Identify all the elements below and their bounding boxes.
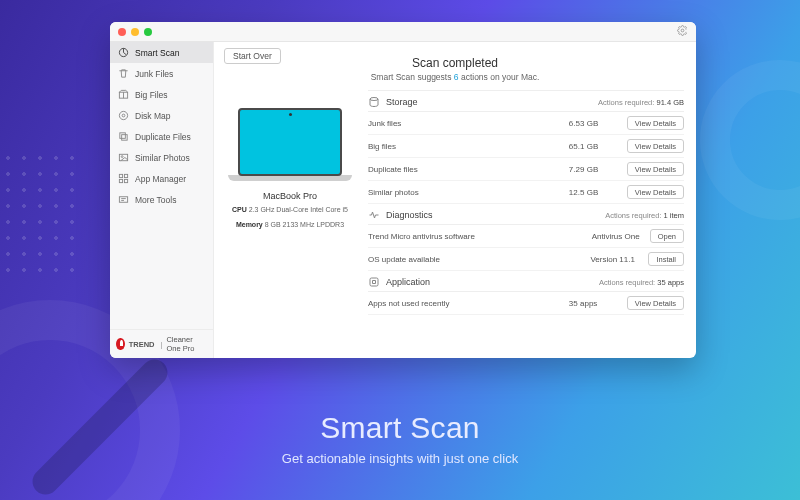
box-icon bbox=[118, 89, 129, 100]
svg-rect-10 bbox=[124, 174, 127, 177]
req-value: 91.4 GB bbox=[656, 98, 684, 107]
mem-label: Memory bbox=[236, 221, 263, 228]
row-label: Junk files bbox=[368, 119, 569, 128]
row-label: Duplicate files bbox=[368, 165, 569, 174]
sidebar-item-smart-scan[interactable]: Smart Scan bbox=[110, 42, 213, 63]
sidebar-item-similar-photos[interactable]: Similar Photos bbox=[110, 147, 213, 168]
row-label: Big files bbox=[368, 142, 569, 151]
decor-dots bbox=[0, 150, 80, 280]
view-details-button[interactable]: View Details bbox=[627, 296, 684, 310]
req-label: Actions required: bbox=[599, 278, 655, 287]
window-minimize-icon[interactable] bbox=[131, 28, 139, 36]
page-title: Scan completed bbox=[214, 56, 696, 70]
view-details-button[interactable]: View Details bbox=[627, 162, 684, 176]
category-title: Diagnostics bbox=[386, 210, 599, 220]
svg-point-3 bbox=[119, 111, 127, 119]
sidebar-item-label: Smart Scan bbox=[135, 48, 179, 58]
subtitle-post: actions on your Mac. bbox=[459, 72, 540, 82]
duplicate-icon bbox=[118, 131, 129, 142]
sidebar-footer: TREND | Cleaner One Pro bbox=[110, 329, 213, 358]
sidebar-item-label: App Manager bbox=[135, 174, 186, 184]
row-value: 7.29 GB bbox=[569, 165, 627, 174]
sidebar-item-big-files[interactable]: Big Files bbox=[110, 84, 213, 105]
result-row: Big files65.1 GBView Details bbox=[368, 135, 684, 158]
gear-icon[interactable] bbox=[677, 25, 688, 38]
row-label: Similar photos bbox=[368, 188, 569, 197]
pulse-icon bbox=[368, 209, 380, 221]
mem-value: 8 GB 2133 MHz LPDDR3 bbox=[265, 221, 344, 228]
app-icon bbox=[368, 276, 380, 288]
decor-ring bbox=[700, 60, 800, 220]
window-zoom-icon[interactable] bbox=[144, 28, 152, 36]
view-details-button[interactable]: View Details bbox=[627, 185, 684, 199]
category-header-application: Application Actions required: 35 apps bbox=[368, 271, 684, 292]
trash-icon bbox=[118, 68, 129, 79]
result-row: Junk files6.53 GBView Details bbox=[368, 112, 684, 135]
svg-point-14 bbox=[370, 98, 378, 101]
svg-point-8 bbox=[121, 156, 123, 158]
sidebar-item-duplicate-files[interactable]: Duplicate Files bbox=[110, 126, 213, 147]
svg-rect-15 bbox=[370, 278, 378, 286]
req-value: 35 apps bbox=[657, 278, 684, 287]
main-pane: Start Over Scan completed Smart Scan sug… bbox=[214, 42, 696, 358]
sidebar-item-label: Duplicate Files bbox=[135, 132, 191, 142]
svg-point-4 bbox=[122, 114, 125, 117]
device-cpu-line: CPU 2.3 GHz Dual-Core Intel Core i5 bbox=[232, 205, 348, 216]
req-label: Actions required: bbox=[598, 98, 654, 107]
sidebar-item-label: Disk Map bbox=[135, 111, 170, 121]
results-panel: Storage Actions required: 91.4 GB Junk f… bbox=[368, 90, 684, 350]
laptop-icon bbox=[238, 108, 342, 176]
result-row: Apps not used recently35 appsView Detail… bbox=[368, 292, 684, 315]
category-header-diagnostics: Diagnostics Actions required: 1 item bbox=[368, 204, 684, 225]
category-required: Actions required: 1 item bbox=[605, 211, 684, 220]
more-icon bbox=[118, 194, 129, 205]
view-details-button[interactable]: View Details bbox=[627, 139, 684, 153]
sidebar-item-junk-files[interactable]: Junk Files bbox=[110, 63, 213, 84]
trend-micro-logo-icon bbox=[116, 338, 125, 350]
result-row: Similar photos12.5 GBView Details bbox=[368, 181, 684, 204]
row-value: 6.53 GB bbox=[569, 119, 627, 128]
page-subtitle: Smart Scan suggests 6 actions on your Ma… bbox=[214, 72, 696, 82]
req-label: Actions required: bbox=[605, 211, 661, 220]
titlebar bbox=[110, 22, 696, 42]
category-header-storage: Storage Actions required: 91.4 GB bbox=[368, 91, 684, 112]
category-required: Actions required: 91.4 GB bbox=[598, 98, 684, 107]
row-value: 12.5 GB bbox=[569, 188, 627, 197]
window-close-icon[interactable] bbox=[118, 28, 126, 36]
row-value: Version 11.1 bbox=[590, 255, 648, 264]
svg-rect-11 bbox=[119, 179, 122, 182]
category-title: Application bbox=[386, 277, 593, 287]
sidebar-item-app-manager[interactable]: App Manager bbox=[110, 168, 213, 189]
sidebar-item-disk-map[interactable]: Disk Map bbox=[110, 105, 213, 126]
category-title: Storage bbox=[386, 97, 592, 107]
row-label: OS update available bbox=[368, 255, 590, 264]
sidebar-item-label: Similar Photos bbox=[135, 153, 190, 163]
row-value: 35 apps bbox=[569, 299, 627, 308]
radar-icon bbox=[118, 47, 129, 58]
photo-icon bbox=[118, 152, 129, 163]
cpu-value: 2.3 GHz Dual-Core Intel Core i5 bbox=[249, 206, 348, 213]
cpu-label: CPU bbox=[232, 206, 247, 213]
sidebar-item-label: More Tools bbox=[135, 195, 176, 205]
device-name: MacBook Pro bbox=[263, 191, 317, 201]
open-button[interactable]: Open bbox=[650, 229, 684, 243]
sidebar-item-more-tools[interactable]: More Tools bbox=[110, 189, 213, 210]
app-window: Smart Scan Junk Files Big Files Disk Map… bbox=[110, 22, 696, 358]
device-panel: MacBook Pro CPU 2.3 GHz Dual-Core Intel … bbox=[226, 90, 354, 350]
req-value: 1 item bbox=[664, 211, 684, 220]
svg-point-0 bbox=[681, 29, 684, 32]
svg-rect-7 bbox=[119, 154, 127, 160]
svg-rect-5 bbox=[122, 135, 128, 141]
svg-rect-6 bbox=[120, 133, 126, 139]
product-name: Cleaner One Pro bbox=[166, 335, 207, 353]
result-row: Trend Micro antivirus softwareAntivirus … bbox=[368, 225, 684, 248]
install-button[interactable]: Install bbox=[648, 252, 684, 266]
svg-rect-9 bbox=[119, 174, 122, 177]
view-details-button[interactable]: View Details bbox=[627, 116, 684, 130]
svg-rect-12 bbox=[124, 179, 127, 182]
row-label: Apps not used recently bbox=[368, 299, 569, 308]
result-row: OS update availableVersion 11.1Install bbox=[368, 248, 684, 271]
result-row: Duplicate files7.29 GBView Details bbox=[368, 158, 684, 181]
scan-header: Scan completed Smart Scan suggests 6 act… bbox=[214, 56, 696, 86]
device-mem-line: Memory 8 GB 2133 MHz LPDDR3 bbox=[236, 220, 344, 231]
